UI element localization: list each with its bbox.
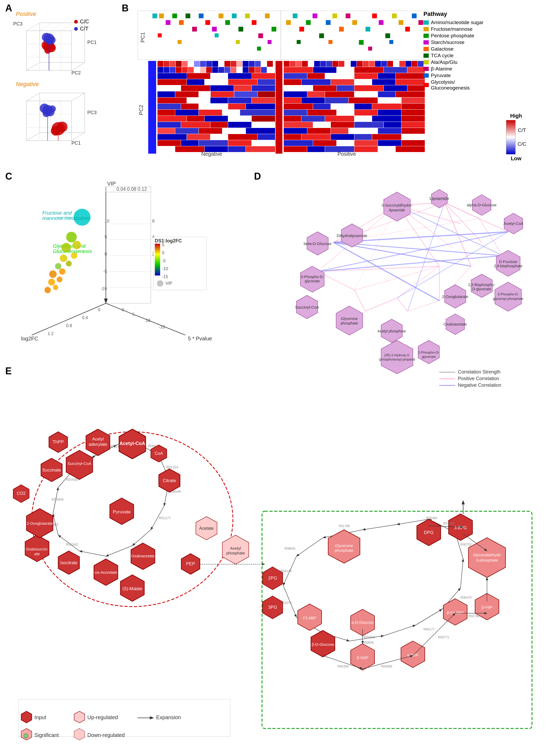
svg-rect-212 [296, 61, 302, 67]
svg-text:(S)-Malate: (S)-Malate [123, 586, 142, 591]
svg-text:adenylate: adenylate [89, 442, 107, 447]
svg-rect-270 [313, 104, 330, 109]
svg-rect-188 [158, 128, 175, 134]
svg-line-410 [333, 242, 503, 256]
pathway-item-4: Starch/sucrose [431, 39, 464, 45]
svg-rect-64 [245, 14, 250, 18]
svg-rect-260 [354, 91, 378, 97]
svg-line-31 [72, 133, 85, 141]
svg-rect-178 [158, 116, 187, 122]
svg-text:VIP: VIP [166, 281, 172, 286]
svg-rect-281 [284, 116, 301, 122]
svg-rect-183 [158, 122, 181, 128]
svg-rect-81 [359, 40, 364, 45]
svg-rect-169 [181, 104, 199, 109]
svg-text:10: 10 [105, 219, 109, 223]
panel-a: A Positive [5, 3, 117, 156]
svg-text:Acetyl-CoA: Acetyl-CoA [119, 441, 145, 446]
svg-rect-118 [249, 61, 255, 67]
svg-line-403 [397, 266, 439, 298]
svg-text:R00405: R00405 [52, 497, 64, 501]
positive-pca-svg: PC2 PC1 PC3 [5, 17, 111, 78]
svg-rect-99 [368, 47, 372, 51]
svg-text:5 * Pvalue: 5 * Pvalue [188, 336, 212, 341]
svg-rect-184 [181, 122, 210, 128]
svg-rect-58 [206, 20, 210, 25]
svg-rect-256 [407, 85, 425, 91]
svg-rect-157 [158, 91, 175, 97]
svg-rect-217 [326, 61, 332, 67]
svg-rect-195 [211, 134, 228, 140]
svg-point-46 [49, 105, 56, 112]
svg-rect-95 [257, 47, 261, 51]
svg-rect-110 [200, 61, 206, 67]
svg-text:β-G6P: β-G6P [357, 655, 368, 660]
svg-rect-214 [308, 61, 314, 67]
svg-line-473 [106, 546, 132, 556]
svg-point-362 [73, 241, 81, 249]
svg-rect-210 [284, 61, 289, 67]
svg-rect-284 [354, 116, 372, 122]
svg-marker-563 [468, 538, 505, 577]
svg-text:phosphate: phosphate [226, 551, 245, 555]
svg-text:Acetyl: Acetyl [230, 546, 241, 550]
svg-line-4 [26, 63, 40, 70]
svg-rect-57 [199, 14, 204, 18]
svg-point-23 [46, 38, 53, 45]
svg-line-541 [415, 609, 442, 625]
svg-rect-119 [255, 61, 261, 67]
svg-rect-174 [175, 110, 199, 115]
svg-rect-109 [194, 61, 200, 67]
svg-text:R00604: R00604 [364, 635, 375, 639]
svg-rect-254 [354, 85, 383, 91]
svg-rect-302 [354, 134, 372, 140]
svg-rect-203 [158, 146, 175, 152]
svg-text:DPG: DPG [424, 530, 434, 535]
svg-rect-155 [234, 85, 252, 91]
dotplot-svg: PC1 [138, 11, 429, 60]
svg-rect-115 [231, 61, 236, 67]
svg-rect-269 [284, 104, 313, 109]
svg-rect-218 [332, 61, 338, 67]
svg-rect-71 [293, 14, 297, 18]
svg-text:6: 6 [152, 219, 155, 223]
svg-text:Glycerone: Glycerone [341, 317, 358, 321]
svg-rect-271 [331, 104, 354, 109]
svg-line-405 [407, 301, 439, 311]
svg-line-399 [355, 205, 397, 290]
svg-text:0.04: 0.04 [117, 186, 126, 192]
svg-rect-83 [372, 14, 377, 18]
svg-text:10: 10 [146, 318, 150, 323]
svg-point-361 [61, 243, 71, 252]
svg-rect-248 [354, 79, 372, 85]
svg-rect-230 [405, 61, 411, 67]
svg-rect-243 [378, 73, 395, 79]
svg-rect-200 [199, 140, 228, 146]
panel-d: D [254, 171, 543, 362]
svg-point-19 [44, 47, 51, 54]
svg-text:Acetyl-CoA: Acetyl-CoA [503, 221, 523, 226]
pathway-item-2: Fructose/mannose [431, 26, 472, 32]
svg-rect-98 [328, 40, 332, 44]
svg-text:5: 5 [132, 312, 135, 317]
svg-rect-238 [407, 67, 425, 73]
svg-point-372 [53, 285, 58, 290]
pathway-item-9: Pyruvate [431, 73, 451, 78]
svg-text:5: 5 [162, 243, 164, 247]
negative-pca-svg: PC1 PC3 [5, 88, 111, 151]
svg-text:2-Oxoglutarate: 2-Oxoglutarate [442, 294, 468, 299]
svg-rect-267 [378, 97, 401, 103]
svg-rect-65 [252, 20, 257, 25]
svg-rect-211 [290, 61, 295, 67]
svg-line-13 [50, 23, 64, 31]
svg-rect-108 [188, 61, 194, 67]
svg-text:3-phosphate: 3-phosphate [476, 558, 498, 562]
svg-point-371 [44, 287, 51, 293]
pathway-legend-title: Pathway [423, 11, 543, 17]
svg-rect-156 [252, 85, 275, 91]
svg-rect-127 [188, 67, 194, 73]
svg-rect-122 [158, 67, 163, 73]
svg-rect-121 [267, 61, 273, 67]
svg-rect-75 [319, 33, 324, 38]
svg-text:CoA: CoA [155, 451, 163, 456]
